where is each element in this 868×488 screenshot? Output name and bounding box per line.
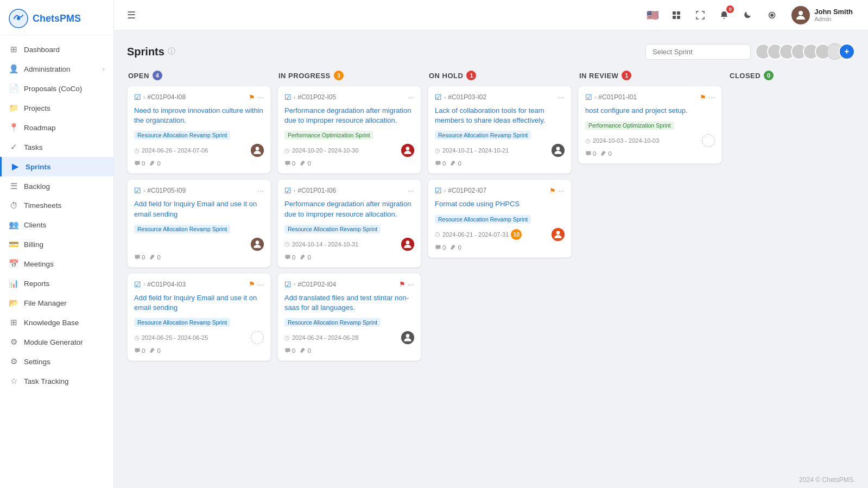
settings-icon[interactable] bbox=[763, 7, 781, 24]
sidebar-item-filemanager[interactable]: 📂 File Manager bbox=[0, 293, 113, 313]
card-id: #C01P01-I06 bbox=[297, 187, 406, 194]
task-card: ☑ › #C01P01-I01 ⚑ ··· host configure and… bbox=[578, 86, 722, 164]
card-menu[interactable]: ··· bbox=[708, 93, 715, 102]
sidebar-item-tasktracking[interactable]: ☆ Task Tracking bbox=[0, 371, 113, 391]
sidebar-item-meetings[interactable]: 📅 Meetings bbox=[0, 254, 113, 274]
notifications-icon[interactable]: 0 bbox=[715, 7, 733, 24]
expand-chevron[interactable]: › bbox=[294, 281, 295, 287]
task-checkbox[interactable]: ☑ bbox=[284, 280, 292, 289]
nav-label-tasks: Tasks bbox=[24, 143, 43, 151]
sidebar-item-backlog[interactable]: ☰ Backlog bbox=[0, 176, 113, 196]
user-avatar bbox=[791, 6, 810, 24]
task-checkbox[interactable]: ☑ bbox=[284, 93, 292, 102]
task-checkbox[interactable]: ☑ bbox=[435, 93, 442, 102]
expand-chevron[interactable]: › bbox=[294, 188, 295, 194]
card-menu[interactable]: ··· bbox=[408, 186, 414, 195]
card-meta: 0 0 bbox=[435, 244, 565, 251]
sidebar-item-dashboard[interactable]: ⊞ Dashboard bbox=[0, 40, 113, 59]
card-title[interactable]: Format code using PHPCS bbox=[435, 199, 565, 209]
task-checkbox[interactable]: ☑ bbox=[134, 186, 141, 195]
card-menu[interactable]: ··· bbox=[257, 93, 264, 102]
comments-count: 0 bbox=[284, 160, 295, 167]
card-menu[interactable]: ··· bbox=[558, 93, 565, 102]
card-title[interactable]: Performance degradation after migration … bbox=[284, 106, 414, 125]
card-title[interactable]: Lack of collaboration tools for team mem… bbox=[435, 106, 565, 125]
col-title-inreview: IN REVIEW bbox=[579, 72, 618, 80]
attachments-count: 0 bbox=[149, 160, 160, 167]
info-icon[interactable]: ⓘ bbox=[168, 47, 175, 56]
card-menu[interactable]: ··· bbox=[408, 280, 414, 289]
sidebar-item-tasks[interactable]: ✓ Tasks bbox=[0, 137, 113, 157]
language-flag[interactable]: 🇺🇸 bbox=[644, 7, 661, 24]
card-menu[interactable]: ··· bbox=[558, 186, 565, 195]
flag-icon: ⚑ bbox=[399, 280, 406, 288]
expand-chevron[interactable]: › bbox=[594, 94, 596, 100]
card-id: #C01P03-I02 bbox=[448, 93, 556, 101]
sprint-tag[interactable]: Performance Optimization Sprint bbox=[585, 121, 674, 130]
nav-icon-billing: 💳 bbox=[9, 239, 18, 249]
card-menu[interactable]: ··· bbox=[408, 93, 414, 102]
task-card: ☑ › #C01P04-I03 ⚑ ··· Add field for Inqu… bbox=[127, 273, 271, 361]
sprint-tag[interactable]: Resource Allocation Revamp Sprint bbox=[134, 318, 230, 327]
card-id: #C01P05-I09 bbox=[147, 187, 255, 194]
sidebar-item-clients[interactable]: 👥 Clients bbox=[0, 215, 113, 235]
sprint-tag[interactable]: Resource Allocation Revamp Sprint bbox=[435, 131, 531, 140]
card-menu[interactable]: ··· bbox=[257, 186, 264, 195]
expand-chevron[interactable]: › bbox=[143, 281, 145, 287]
card-date-range: 2024-06-21 - 2024-07-31 bbox=[442, 231, 509, 238]
sidebar-item-proposals[interactable]: 📄 Proposals (CoCo) bbox=[0, 79, 113, 98]
expand-chevron[interactable]: › bbox=[294, 94, 295, 100]
user-menu[interactable]: John Smith Admin bbox=[787, 4, 857, 27]
sprint-tag[interactable]: Resource Allocation Revamp Sprint bbox=[435, 215, 531, 224]
card-title[interactable]: Add field for Inquiry Email and use it o… bbox=[134, 293, 264, 313]
sidebar-item-billing[interactable]: 💳 Billing bbox=[0, 235, 113, 254]
task-checkbox[interactable]: ☑ bbox=[284, 186, 292, 195]
sprint-select[interactable] bbox=[645, 44, 751, 60]
card-title[interactable]: host configure and project setup. bbox=[585, 106, 715, 116]
logo[interactable]: ChetsPMS bbox=[0, 0, 113, 35]
sprint-tag[interactable]: Performance Optimization Sprint bbox=[284, 131, 373, 140]
sprint-tag[interactable]: Resource Allocation Revamp Sprint bbox=[134, 225, 230, 233]
sidebar-item-sprints[interactable]: ▶ Sprints bbox=[0, 157, 113, 176]
expand-chevron[interactable]: › bbox=[444, 94, 446, 100]
hamburger-button[interactable]: ☰ bbox=[125, 7, 138, 23]
darkmode-icon[interactable] bbox=[739, 7, 757, 24]
card-meta: 0 0 bbox=[134, 254, 264, 261]
comments-count: 0 bbox=[435, 160, 446, 167]
nav-label-tasktracking: Task Tracking bbox=[24, 377, 69, 385]
expand-chevron[interactable]: › bbox=[143, 188, 145, 194]
grid-icon[interactable] bbox=[668, 7, 685, 24]
card-header: ☑ › #C01P02-I05 ··· bbox=[284, 93, 414, 102]
sidebar-item-modulegenerator[interactable]: ⚙ Module Generator bbox=[0, 332, 113, 352]
comments-count: 0 bbox=[134, 160, 145, 167]
nav-label-filemanager: File Manager bbox=[24, 299, 67, 307]
sidebar-item-reports[interactable]: 📊 Reports bbox=[0, 274, 113, 293]
sprint-tag[interactable]: Resource Allocation Revamp Sprint bbox=[284, 318, 381, 327]
sidebar-item-settings[interactable]: ⚙ Settings bbox=[0, 352, 113, 371]
card-title[interactable]: Add field for Inquiry Email and use it o… bbox=[134, 199, 264, 219]
card-menu[interactable]: ··· bbox=[257, 280, 264, 289]
task-checkbox[interactable]: ☑ bbox=[435, 186, 442, 195]
sidebar-item-timesheets[interactable]: ⏱ Timesheets bbox=[0, 196, 113, 215]
add-member-button[interactable]: + bbox=[839, 43, 855, 60]
card-title[interactable]: Need to improve innovation culture withi… bbox=[134, 106, 264, 125]
card-title[interactable]: Performance degradation after migration … bbox=[284, 199, 414, 219]
sidebar-item-knowledgebase[interactable]: ⊞ Knowledge Base bbox=[0, 313, 113, 332]
task-checkbox[interactable]: ☑ bbox=[585, 93, 592, 102]
task-checkbox[interactable]: ☑ bbox=[134, 93, 141, 102]
flag-icon: ⚑ bbox=[700, 93, 706, 102]
sprint-tag[interactable]: Resource Allocation Revamp Sprint bbox=[284, 225, 381, 233]
card-title[interactable]: Add translated files and test stintar no… bbox=[284, 293, 414, 313]
expand-chevron[interactable]: › bbox=[143, 94, 145, 100]
sidebar-item-projects[interactable]: 📁 Projects bbox=[0, 98, 113, 118]
sidebar-item-roadmap[interactable]: 📍 Roadmap bbox=[0, 118, 113, 137]
task-checkbox[interactable]: ☑ bbox=[134, 280, 141, 289]
expand-chevron[interactable]: › bbox=[444, 188, 446, 194]
col-badge-open: 4 bbox=[153, 71, 162, 80]
nav-icon-roadmap: 📍 bbox=[9, 123, 18, 132]
fullscreen-icon[interactable] bbox=[692, 7, 709, 24]
sidebar-item-administration[interactable]: 👤 Administration › bbox=[0, 59, 113, 79]
task-card: ☑ › #C01P02-I05 ··· Performance degradat… bbox=[277, 86, 421, 174]
card-header: ☑ › #C01P01-I06 ··· bbox=[284, 186, 414, 195]
sprint-tag[interactable]: Resource Allocation Revamp Sprint bbox=[134, 131, 230, 140]
